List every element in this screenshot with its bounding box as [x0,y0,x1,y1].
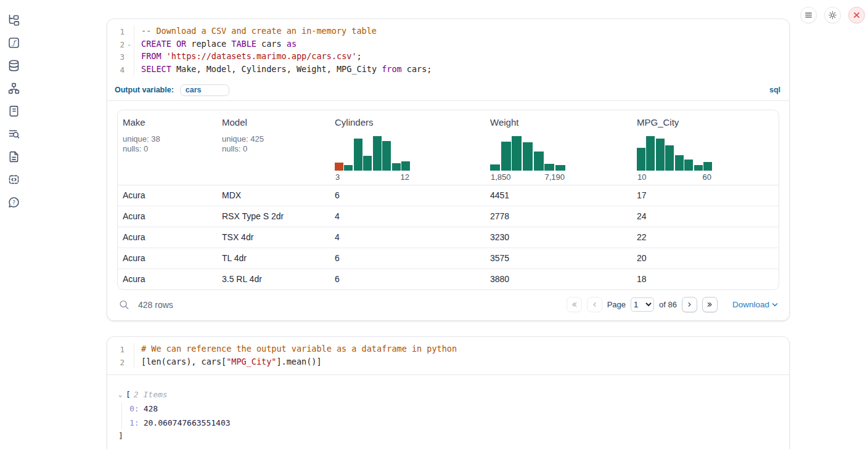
cell-weight: 3880 [490,269,637,289]
column-header-model[interactable]: Model unique: 425 nulls: 0 [222,110,335,185]
line-number: 2 [113,38,125,51]
list-search-icon [7,127,20,140]
cell-make: Acura [118,206,222,227]
stat-unique: unique: 425 [222,134,335,145]
code-line: 2⌄CREATE OR replace TABLE cars as [113,38,780,51]
file-tree-icon [7,14,20,26]
histogram-bar [675,155,684,171]
pagination: Page 1 of 86 [567,297,778,312]
collapse-chevron-icon[interactable]: ⌄ [118,389,126,401]
line-number: 3 [113,51,125,63]
table-search-button[interactable] [118,299,129,310]
histogram-bar [665,145,674,171]
python-cell: 1# We can reference the output variable … [107,336,790,449]
python-code-editor[interactable]: 1# We can reference the output variable … [107,337,789,375]
data-table: Make unique: 38 nulls: 0 Model unique: 4… [117,110,779,290]
notebook-area: 1-- Download a CSV and create an in-memo… [107,18,790,449]
file-text-icon [7,150,20,163]
shutdown-button[interactable] [848,7,865,23]
help-bubble-icon: ? [7,196,20,209]
stat-nulls: nulls: 0 [222,144,335,155]
settings-button[interactable] [824,7,841,23]
sidebar-item-scratchpad[interactable] [6,104,21,118]
sidebar-item-file-explorer[interactable] [6,13,21,27]
svg-text:?: ? [12,200,15,206]
sidebar-item-help[interactable]: ? [6,195,21,209]
menu-button[interactable] [800,7,817,23]
code-line-text: FROM 'https://datasets.marimo.app/cars.c… [134,51,362,63]
sql-code-editor[interactable]: 1-- Download a CSV and create an in-memo… [107,19,789,82]
next-page-button[interactable] [682,297,697,312]
column-header-cylinders[interactable]: Cylinders 3 12 [335,110,490,185]
histogram-bar [363,156,372,171]
histogram-bar [694,165,703,171]
table-header-row: Make unique: 38 nulls: 0 Model unique: 4… [118,110,779,185]
histogram-bar [401,161,410,171]
table-row: Acura 3.5 RL 4dr 6 3880 18 [118,269,779,289]
stat-nulls: nulls: 0 [123,144,222,155]
cell-mpg-city: 24 [637,206,779,227]
sidebar-item-datasources[interactable] [6,59,21,73]
tree-root-row: ⌄ [ 2 Items [118,389,779,401]
hamburger-menu-icon [804,10,813,20]
fold-chevron-icon[interactable]: ⌄ [125,38,134,51]
cell-cylinders: 6 [335,248,490,269]
function-square-icon: ƒ [7,36,20,49]
cell-cylinders: 6 [335,185,490,206]
gutter-spacer [125,63,134,76]
histogram-bars [637,136,712,171]
column-header-mpg-city[interactable]: MPG_City 10 60 [637,110,779,185]
download-button[interactable]: Download [732,300,778,309]
histogram-bar [656,139,665,171]
items-count-label: 2 Items [134,389,168,401]
line-number: 2 [113,356,125,369]
table-row: Acura TL 4dr 6 3575 20 [118,248,779,269]
sidebar-item-snippets[interactable] [6,172,21,187]
sidebar-item-logs[interactable] [6,127,21,141]
cell-make: Acura [118,248,222,269]
tree-entry-value: 428 [144,404,158,413]
chevron-right-icon [686,301,694,309]
last-page-button[interactable] [702,297,718,312]
column-header-weight[interactable]: Weight 1,850 7,190 [490,110,637,185]
column-name: Weight [490,117,637,127]
hist-max-label: 60 [703,172,711,182]
tree-entry: 1:20.060747663551403 [129,416,779,431]
cell-make: Acura [118,227,222,248]
column-name: Model [222,117,335,127]
output-variable-label: Output variable: [115,86,174,94]
sidebar-item-functions[interactable]: ƒ [6,36,21,50]
cell-model: RSX Type S 2dr [222,206,335,227]
page-select[interactable]: 1 [631,297,654,312]
scroll-text-icon [7,105,20,118]
column-header-make[interactable]: Make unique: 38 nulls: 0 [118,110,222,185]
hist-max-label: 7,190 [544,172,565,182]
code-line: 2[len(cars), cars["MPG_City"].mean()] [113,356,780,369]
sidebar-item-documentation[interactable] [6,150,21,164]
gutter-spacer [125,343,134,356]
histogram-bar [684,160,693,170]
tree-entry-key: 0: [129,404,139,413]
previous-page-button[interactable] [587,297,602,312]
table-body: Acura MDX 6 4451 17 Acura RSX Type S 2dr… [118,185,779,289]
table-footer: 428 rows Page [117,296,779,314]
output-variable-row: Output variable: cars sql [107,82,789,101]
code-line: 3FROM 'https://datasets.marimo.app/cars.… [113,51,780,63]
cell-cylinders: 4 [335,206,490,227]
histogram-cylinders: 3 12 [335,136,410,182]
open-bracket: [ [126,389,131,401]
cell-model: TSX 4dr [222,227,335,248]
first-page-button[interactable] [567,297,582,312]
histogram-axis-labels: 1,850 7,190 [490,172,565,182]
tree-entry-key: 1: [129,418,139,427]
histogram-bar [382,141,391,171]
search-icon [118,298,129,311]
histogram-bar [490,164,500,171]
column-stats: unique: 38 nulls: 0 [123,134,222,155]
output-variable-input[interactable]: cars [180,84,229,96]
gutter-spacer [125,25,134,38]
sidebar-item-dependency-graph[interactable] [6,81,21,95]
database-icon [7,59,20,72]
histogram-bar [703,162,712,171]
page-total-label: of 86 [659,300,677,309]
